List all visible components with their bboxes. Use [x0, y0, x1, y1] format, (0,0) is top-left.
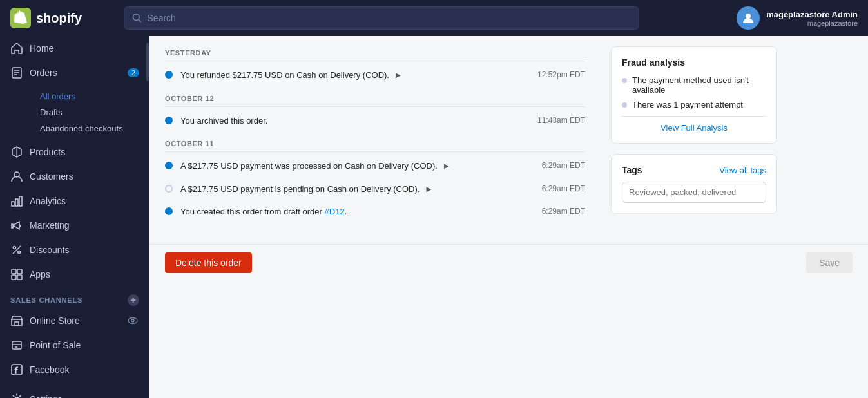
sidebar-label-marketing: Marketing — [30, 220, 69, 231]
home-icon — [10, 42, 23, 55]
sidebar-label-discounts: Discounts — [30, 245, 69, 255]
apps-icon — [10, 268, 23, 281]
view-all-tags-link[interactable]: View all tags — [719, 166, 766, 175]
timeline-section: YESTERDAY You refunded $217.75 USD on Ca… — [149, 36, 601, 244]
svg-rect-17 — [12, 275, 16, 280]
orders-icon — [10, 66, 23, 79]
timeline-dot-gray — [165, 185, 173, 193]
logo[interactable]: shopify — [10, 8, 113, 28]
bottom-bar: Delete this order Save — [149, 244, 868, 281]
sidebar-item-analytics[interactable]: Analytics — [0, 189, 149, 213]
svg-rect-10 — [15, 199, 18, 206]
sidebar-item-customers[interactable]: Customers — [0, 164, 149, 189]
timeline-dot — [165, 71, 173, 79]
fraud-analysis-title: Fraud analysis — [622, 57, 766, 68]
orders-badge: 2 — [128, 68, 139, 77]
sidebar-label-pos: Point of Sale — [30, 340, 81, 350]
timeline-group-yesterday: YESTERDAY You refunded $217.75 USD on Ca… — [165, 49, 585, 82]
timeline-time: 12:52pm EDT — [537, 70, 585, 79]
customers-icon — [10, 170, 23, 183]
svg-rect-9 — [12, 202, 14, 206]
svg-point-21 — [131, 319, 134, 322]
sidebar-item-facebook[interactable]: Facebook — [0, 357, 149, 382]
search-input[interactable] — [148, 13, 631, 23]
add-sales-channel-button[interactable]: + — [128, 294, 139, 306]
tags-title: Tags — [622, 165, 642, 175]
timeline-group-oct12: OCTOBER 12 You archived this order. 11:4… — [165, 95, 585, 128]
fraud-dot — [622, 102, 627, 108]
user-name: mageplazastore Admin — [766, 10, 858, 19]
marketing-icon — [10, 219, 23, 232]
sidebar-item-settings[interactable]: Settings — [0, 387, 149, 398]
user-area: mageplazastore Admin mageplazastore — [737, 6, 858, 30]
timeline-dot — [165, 207, 173, 215]
sidebar-label-products: Products — [30, 147, 65, 157]
avatar[interactable] — [737, 6, 760, 30]
sidebar-item-apps[interactable]: Apps — [0, 262, 149, 287]
user-icon — [742, 12, 755, 24]
timeline-date-oct12: OCTOBER 12 — [165, 95, 585, 107]
expand-arrow[interactable]: ► — [394, 70, 403, 80]
timeline-group-oct11: OCTOBER 11 A $217.75 USD payment was pro… — [165, 140, 585, 218]
sidebar-label-analytics: Analytics — [30, 196, 66, 206]
sidebar-item-home[interactable]: Home — [0, 36, 149, 61]
orders-submenu: All orders Drafts Abandoned checkouts — [0, 85, 149, 140]
fraud-analysis-card: Fraud analysis The payment method used i… — [611, 46, 777, 144]
sidebar-label-home: Home — [30, 43, 53, 53]
timeline-text: A $217.75 USD payment is pending on Cash… — [180, 183, 534, 196]
fraud-dot — [622, 78, 627, 83]
sidebar-item-online-store[interactable]: Online Store — [0, 308, 149, 333]
delete-order-button[interactable]: Delete this order — [165, 252, 252, 273]
sidebar-label-online-store: Online Store — [30, 316, 80, 326]
search-icon — [132, 13, 142, 23]
tags-card: Tags View all tags — [611, 154, 777, 214]
search-bar[interactable] — [124, 6, 639, 30]
svg-rect-15 — [12, 269, 16, 274]
sidebar-label-facebook: Facebook — [30, 365, 69, 375]
svg-rect-22 — [12, 341, 21, 349]
draft-order-link[interactable]: #D12 — [325, 207, 345, 216]
sidebar-item-products[interactable]: Products — [0, 140, 149, 164]
svg-rect-11 — [19, 196, 22, 206]
timeline-time: 6:29am EDT — [542, 184, 585, 193]
facebook-icon — [10, 363, 23, 376]
settings-icon — [10, 393, 23, 398]
tags-header: Tags View all tags — [622, 165, 766, 175]
discounts-icon — [10, 243, 23, 256]
timeline-item-1-0: You archived this order. 11:43am EDT — [165, 115, 585, 128]
svg-point-20 — [128, 318, 137, 324]
svg-rect-18 — [17, 275, 22, 280]
sales-channels-label: SALES CHANNELS — [10, 296, 82, 304]
tags-input[interactable] — [622, 182, 766, 203]
user-info: mageplazastore Admin mageplazastore — [766, 10, 858, 27]
svg-point-2 — [746, 14, 751, 19]
timeline-item-2-0: A $217.75 USD payment was processed on C… — [165, 160, 585, 173]
sidebar-item-all-orders[interactable]: All orders — [30, 88, 149, 104]
save-button[interactable]: Save — [806, 252, 853, 273]
timeline-time: 6:29am EDT — [542, 161, 585, 170]
sidebar-item-pos[interactable]: Point of Sale — [0, 333, 149, 357]
sidebar-item-orders[interactable]: Orders 2 — [0, 61, 149, 85]
svg-rect-19 — [15, 322, 19, 325]
expand-arrow[interactable]: ► — [442, 161, 450, 171]
view-full-analysis-link[interactable]: View Full Analysis — [622, 116, 766, 133]
sidebar: Home Orders 2 All orders Drafts Abandone… — [0, 36, 149, 398]
sidebar-item-drafts[interactable]: Drafts — [30, 104, 149, 120]
svg-rect-16 — [17, 269, 22, 274]
sidebar-item-abandoned-checkouts[interactable]: Abandoned checkouts — [30, 120, 149, 137]
right-sidebar: Fraud analysis The payment method used i… — [601, 36, 787, 244]
timeline-item-2-2: You created this order from draft order … — [165, 205, 585, 218]
sidebar-item-discounts[interactable]: Discounts — [0, 238, 149, 262]
timeline-time: 11:43am EDT — [537, 116, 585, 125]
sidebar-item-marketing[interactable]: Marketing — [0, 213, 149, 238]
sidebar-label-orders: Orders — [30, 68, 57, 78]
sidebar-label-customers: Customers — [30, 171, 73, 182]
products-icon — [10, 146, 23, 158]
shopify-logo-icon — [10, 8, 31, 28]
sidebar-label-apps: Apps — [30, 269, 50, 280]
top-navigation: shopify mageplazastore Admin mageplazast… — [0, 0, 868, 36]
expand-arrow[interactable]: ► — [425, 184, 433, 194]
timeline-text: You created this order from draft order … — [180, 205, 534, 218]
user-store: mageplazastore — [766, 19, 858, 27]
timeline-item-2-1: A $217.75 USD payment is pending on Cash… — [165, 183, 585, 196]
